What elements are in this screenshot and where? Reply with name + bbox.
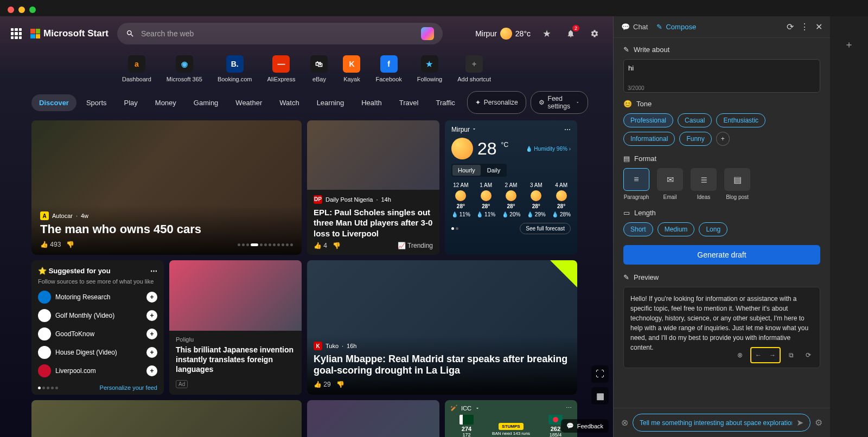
news-card-5[interactable] bbox=[31, 400, 302, 437]
suggest-item[interactable]: Liverpool.com+ bbox=[38, 362, 157, 380]
tone-casual[interactable]: Casual bbox=[678, 113, 712, 127]
like-button[interactable]: 👍 29 bbox=[314, 381, 331, 388]
length-medium[interactable]: Medium bbox=[658, 222, 695, 236]
shortcut-aliexpress[interactable]: —AliExpress bbox=[267, 55, 295, 82]
more-icon[interactable]: ⋮ bbox=[800, 22, 809, 32]
brand[interactable]: Microsoft Start bbox=[30, 28, 108, 39]
see-forecast-button[interactable]: See full forecast bbox=[520, 223, 571, 234]
clear-icon[interactable]: ⊗ bbox=[621, 417, 628, 428]
like-button[interactable]: 👍 493 bbox=[40, 241, 61, 248]
nav-tab-sports[interactable]: Sports bbox=[79, 94, 114, 111]
tone-informational[interactable]: Informational bbox=[623, 132, 675, 146]
search-input[interactable] bbox=[141, 29, 414, 38]
news-card-3[interactable]: Poliglu This brilliant Japanese inventio… bbox=[169, 260, 302, 395]
rewards-icon[interactable] bbox=[539, 26, 554, 41]
shortcut-microsoft-365[interactable]: ◉Microsoft 365 bbox=[167, 55, 202, 82]
maximize-window[interactable] bbox=[29, 7, 36, 13]
follow-plus-icon[interactable]: + bbox=[146, 310, 157, 321]
shortcut-kayak[interactable]: KKayak bbox=[343, 55, 360, 82]
cricket-card[interactable]: 🏏 ICC ⋯ 274172PAK STUMPSBAN need 143 run… bbox=[445, 400, 577, 437]
nav-tab-play[interactable]: Play bbox=[117, 94, 145, 111]
format-blog-post[interactable]: ▤Blog post bbox=[724, 168, 750, 200]
suggest-item[interactable]: Golf Monthly (Video)+ bbox=[38, 306, 157, 325]
rail-add-icon[interactable]: ＋ bbox=[844, 38, 854, 51]
nav-tab-weather[interactable]: Weather bbox=[228, 94, 270, 111]
format-email[interactable]: ✉Email bbox=[657, 168, 683, 200]
notifications-icon[interactable]: 2 bbox=[563, 26, 578, 41]
tab-compose[interactable]: ✎ Compose bbox=[656, 23, 696, 31]
nav-tab-watch[interactable]: Watch bbox=[272, 94, 307, 111]
shortcut-add-shortcut[interactable]: +Add shortcut bbox=[457, 55, 491, 82]
shortcut-facebook[interactable]: fFacebook bbox=[375, 55, 401, 82]
nav-tab-health[interactable]: Health bbox=[354, 94, 390, 111]
regenerate-icon[interactable]: ⟳ bbox=[801, 348, 815, 362]
feedback-button[interactable]: 💬 Feedback bbox=[561, 419, 609, 433]
like-button[interactable]: 👍 4 bbox=[314, 242, 327, 249]
nav-tab-traffic[interactable]: Traffic bbox=[428, 94, 462, 111]
personalize-feed-link[interactable]: Personalize your feed bbox=[100, 384, 157, 391]
search-bar[interactable] bbox=[117, 23, 443, 44]
dislike-button[interactable]: 👎 bbox=[336, 381, 344, 388]
shortcut-following[interactable]: ★Following bbox=[417, 55, 442, 82]
follow-plus-icon[interactable]: + bbox=[146, 292, 157, 303]
send-icon[interactable]: ➤ bbox=[796, 417, 803, 428]
nav-tab-money[interactable]: Money bbox=[148, 94, 184, 111]
follow-plus-icon[interactable]: + bbox=[146, 365, 157, 376]
format-ideas[interactable]: ≣Ideas bbox=[691, 168, 717, 200]
weather-card[interactable]: Mirpur ⋯ 28 °C 💧 Humidity 96% › Hourly D… bbox=[445, 120, 577, 255]
tone-funny[interactable]: Funny bbox=[679, 132, 711, 146]
footer-input[interactable] bbox=[640, 419, 792, 427]
tab-hourly[interactable]: Hourly bbox=[452, 165, 481, 176]
nav-tab-travel[interactable]: Travel bbox=[392, 94, 426, 111]
next-icon[interactable]: → bbox=[765, 348, 780, 362]
tone-enthusiastic[interactable]: Enthusiastic bbox=[716, 113, 765, 127]
refresh-icon[interactable]: ⟳ bbox=[787, 22, 794, 32]
follow-plus-icon[interactable]: + bbox=[146, 347, 157, 358]
nav-tab-learning[interactable]: Learning bbox=[309, 94, 352, 111]
minimize-window[interactable] bbox=[18, 7, 25, 13]
dislike-button[interactable]: 👎 bbox=[66, 241, 74, 248]
suggest-item[interactable]: GoodToKnow+ bbox=[38, 325, 157, 343]
nav-tab-gaming[interactable]: Gaming bbox=[186, 94, 226, 111]
more-icon[interactable]: ⋯ bbox=[150, 267, 157, 275]
shortcut-booking.com[interactable]: B.Booking.com bbox=[218, 55, 252, 82]
settings-icon[interactable] bbox=[587, 26, 602, 41]
tone-add-icon[interactable]: + bbox=[716, 132, 730, 146]
close-icon[interactable]: ✕ bbox=[815, 22, 822, 32]
footer-settings-icon[interactable]: ⚙ bbox=[815, 417, 822, 428]
news-card-4[interactable]: KTuko · 16h Kylian Mbappe: Real Madrid s… bbox=[307, 260, 577, 395]
weather-mini[interactable]: Mirpur 28°c bbox=[475, 28, 531, 40]
preview-close-icon[interactable]: ⊗ bbox=[733, 348, 747, 362]
grid-icon[interactable]: ▦ bbox=[591, 387, 609, 404]
hero-card[interactable]: AAutocar · 4w The man who owns 450 cars … bbox=[31, 120, 302, 255]
footer-input-wrap[interactable]: ➤ bbox=[633, 414, 810, 432]
dislike-button[interactable]: 👎 bbox=[333, 242, 341, 249]
copilot-icon[interactable] bbox=[421, 27, 434, 40]
tone-professional[interactable]: Professional bbox=[623, 113, 673, 127]
length-short[interactable]: Short bbox=[623, 222, 653, 236]
shortcut-dashboard[interactable]: aDashboard bbox=[122, 55, 151, 82]
tab-daily[interactable]: Daily bbox=[482, 165, 506, 176]
more-icon[interactable]: ⋯ bbox=[566, 404, 572, 412]
shortcut-ebay[interactable]: 🛍eBay bbox=[310, 55, 328, 82]
expand-icon[interactable]: ⛶ bbox=[591, 365, 609, 383]
tab-chat[interactable]: 💬 Chat bbox=[621, 23, 648, 31]
prev-icon[interactable]: ← bbox=[751, 348, 765, 362]
format-paragraph[interactable]: ≡Paragraph bbox=[623, 168, 649, 200]
more-icon[interactable]: ⋯ bbox=[564, 126, 571, 133]
copy-icon[interactable]: ⧉ bbox=[784, 348, 798, 362]
suggest-item[interactable]: House Digest (Video)+ bbox=[38, 343, 157, 362]
follow-plus-icon[interactable]: + bbox=[146, 329, 157, 339]
personalize-button[interactable]: ✦ Personalize bbox=[467, 91, 526, 114]
app-launcher-icon[interactable] bbox=[11, 28, 22, 39]
chevron-down-icon[interactable] bbox=[471, 126, 477, 132]
news-card-2[interactable]: DPDaily Post Nigeria · 14h EPL: Paul Sch… bbox=[307, 120, 439, 255]
news-card-6[interactable] bbox=[307, 400, 439, 437]
suggest-item[interactable]: Motoring Research+ bbox=[38, 288, 157, 306]
generate-draft-button[interactable]: Generate draft bbox=[623, 245, 820, 265]
carousel-dots[interactable] bbox=[238, 243, 293, 246]
length-long[interactable]: Long bbox=[699, 222, 727, 236]
close-window[interactable] bbox=[8, 7, 14, 13]
nav-tab-discover[interactable]: Discover bbox=[31, 94, 76, 111]
feed-settings-button[interactable]: ⚙ Feed settings bbox=[531, 91, 588, 114]
